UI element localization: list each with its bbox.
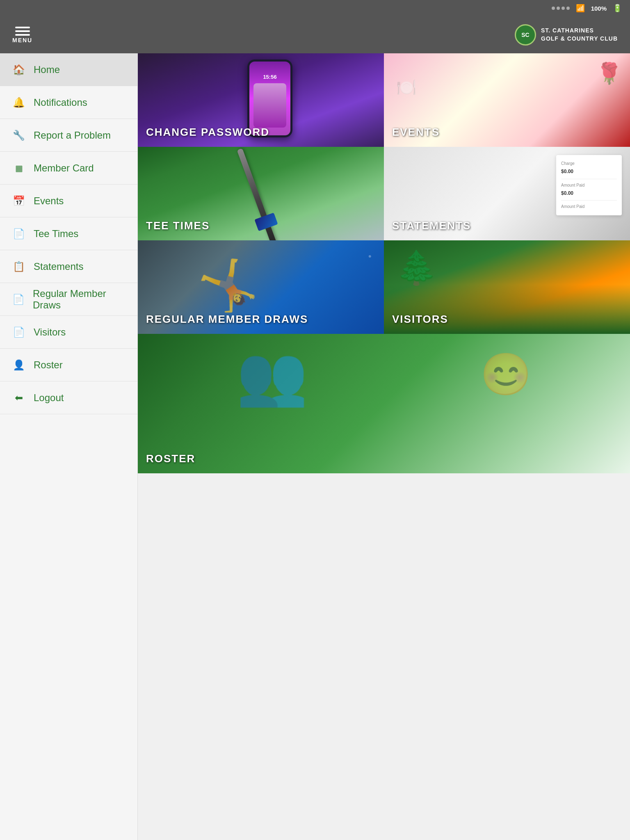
sidebar-label-logout: Logout bbox=[34, 392, 64, 404]
sidebar-item-events[interactable]: 📅 Events bbox=[0, 185, 137, 217]
main-layout: 🏠 Home 🔔 Notifications 🔧 Report a Proble… bbox=[0, 53, 630, 840]
tile-regular-draws[interactable]: 🤸 ● REGULAR MEMBER DRAWS bbox=[138, 240, 384, 334]
club-name: ST. CATHARINES GOLF & COUNTRY CLUB bbox=[541, 27, 618, 43]
tile-label-regular-draws: REGULAR MEMBER DRAWS bbox=[146, 313, 308, 326]
nav-bar: MENU SC ST. CATHARINES GOLF & COUNTRY CL… bbox=[0, 16, 630, 53]
sidebar-item-tee-times[interactable]: 📄 Tee Times bbox=[0, 217, 137, 250]
sidebar-label-events: Events bbox=[34, 195, 64, 207]
sidebar-label-tee-times: Tee Times bbox=[34, 228, 78, 240]
battery-indicator: 100% bbox=[591, 5, 607, 12]
menu-button[interactable]: MENU bbox=[12, 27, 32, 43]
sidebar-label-regular-draws: Regular Member Draws bbox=[33, 288, 125, 311]
sidebar-label-notifications: Notifications bbox=[34, 97, 87, 108]
tile-change-password[interactable]: 15:56 CHANGE PASSWORD bbox=[138, 53, 384, 147]
sidebar-item-regular-draws[interactable]: 📄 Regular Member Draws bbox=[0, 283, 137, 316]
status-bar: 📶 100% 🔋 bbox=[0, 0, 630, 16]
visitors-icon: 📄 bbox=[12, 326, 25, 338]
tile-label-change-password: CHANGE PASSWORD bbox=[146, 126, 269, 139]
wifi-icon: 📶 bbox=[576, 4, 585, 13]
sidebar-item-notifications[interactable]: 🔔 Notifications bbox=[0, 86, 137, 119]
sidebar-item-roster[interactable]: 👤 Roster bbox=[0, 349, 137, 381]
wrench-icon: 🔧 bbox=[12, 130, 25, 141]
tile-statements[interactable]: Charge $0.00 Amount Paid $0.00 Amount Pa… bbox=[384, 147, 630, 240]
content-grid: 15:56 CHANGE PASSWORD 🌹 🍽️ EVENTS TEE TI… bbox=[138, 53, 630, 840]
tile-label-visitors: VISITORS bbox=[392, 313, 448, 326]
sidebar-item-report-problem[interactable]: 🔧 Report a Problem bbox=[0, 119, 137, 152]
roster-icon: 👤 bbox=[12, 359, 25, 371]
tile-label-roster: ROSTER bbox=[146, 452, 195, 465]
tile-label-statements: STATEMENTS bbox=[392, 219, 471, 232]
sidebar-item-logout[interactable]: ⬅ Logout bbox=[0, 381, 137, 414]
tile-roster[interactable]: 👥 😊 ROSTER bbox=[138, 334, 630, 473]
statements-icon: 📋 bbox=[12, 261, 25, 272]
tile-tee-times[interactable]: TEE TIMES bbox=[138, 147, 384, 240]
calendar-icon: 📅 bbox=[12, 195, 25, 207]
tile-events[interactable]: 🌹 🍽️ EVENTS bbox=[384, 53, 630, 147]
sidebar-item-statements[interactable]: 📋 Statements bbox=[0, 250, 137, 283]
tile-visitors[interactable]: 🌲 VISITORS bbox=[384, 240, 630, 334]
menu-label: MENU bbox=[12, 37, 32, 43]
sidebar-label-visitors: Visitors bbox=[34, 326, 66, 338]
sidebar-label-member-card: Member Card bbox=[34, 162, 94, 174]
sidebar-item-member-card[interactable]: ▦ Member Card bbox=[0, 152, 137, 185]
tile-label-events: EVENTS bbox=[392, 126, 440, 139]
sidebar-item-home[interactable]: 🏠 Home bbox=[0, 53, 137, 86]
sidebar-label-report-problem: Report a Problem bbox=[34, 130, 111, 141]
club-emblem: SC bbox=[515, 24, 536, 46]
hamburger-icon bbox=[15, 27, 30, 36]
tile-label-tee-times: TEE TIMES bbox=[146, 219, 210, 232]
sidebar-item-visitors[interactable]: 📄 Visitors bbox=[0, 316, 137, 349]
battery-icon: 🔋 bbox=[613, 4, 622, 13]
home-icon: 🏠 bbox=[12, 64, 25, 75]
bell-icon: 🔔 bbox=[12, 97, 25, 108]
logout-icon: ⬅ bbox=[12, 392, 25, 404]
signal-dots bbox=[552, 7, 570, 10]
member-card-icon: ▦ bbox=[12, 163, 25, 173]
draws-icon: 📄 bbox=[12, 294, 25, 305]
sidebar: 🏠 Home 🔔 Notifications 🔧 Report a Proble… bbox=[0, 53, 138, 840]
sidebar-label-statements: Statements bbox=[34, 261, 83, 272]
tee-times-icon: 📄 bbox=[12, 228, 25, 240]
club-logo: SC ST. CATHARINES GOLF & COUNTRY CLUB bbox=[515, 24, 618, 46]
sidebar-label-home: Home bbox=[34, 64, 60, 75]
sidebar-label-roster: Roster bbox=[34, 359, 63, 371]
